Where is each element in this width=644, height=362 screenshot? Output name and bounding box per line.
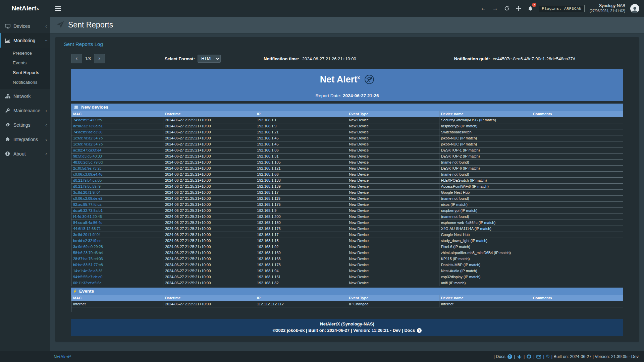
sent-reports-log-link[interactable]: Sent Reports Log	[64, 41, 103, 47]
sidebar-subitem-events[interactable]: Events	[0, 58, 50, 68]
pager-next-button[interactable]: ›	[94, 54, 105, 63]
cell-mac[interactable]: 1c:69:7a:a2:34:7b	[71, 141, 163, 147]
footer-brand-link[interactable]: NetAlertx	[54, 354, 71, 359]
sidebar-item-about[interactable]: About ‹	[0, 146, 50, 161]
mac-address-link[interactable]: 92:ac:85:77:fd:ca	[73, 202, 101, 206]
mac-address-link[interactable]: 98:5f:d3:d5:40:33	[73, 154, 102, 158]
question-circle-icon[interactable]: ?	[507, 354, 512, 359]
cell-mac[interactable]: bc:dd:c2:32:f9:ee	[71, 238, 163, 244]
cell-mac[interactable]: 1c:69:7a:a2:34:7b	[71, 135, 163, 141]
cell-mac[interactable]: 94:b5:55:c7:cb:e0	[71, 274, 163, 280]
mac-address-link[interactable]: 2c:f0:5d:9e:73:2c	[73, 166, 101, 170]
mac-address-link[interactable]: 1c:69:7a:a2:34:7b	[73, 136, 103, 140]
mac-address-link[interactable]: 3c:8d:20:f1:9f:04	[73, 190, 101, 194]
cell-mac[interactable]: d0:21:f9:b4:ca:0b	[71, 178, 163, 184]
sidebar-item-label: Settings	[13, 122, 31, 128]
mac-address-link[interactable]: c0:06:c3:09:e4:46	[73, 172, 102, 176]
mac-address-link[interactable]: dc:a6:32:73:8a:b1	[73, 124, 103, 128]
cell-device-name: FLEXPOESwitch (IP match)	[439, 178, 531, 184]
cell-device-name: AccessPointWiFi6 (IP match)	[439, 184, 531, 190]
notification-guid-label: Notification guid:	[454, 56, 490, 61]
cell-mac[interactable]: 44:6f:f8:12:68:71	[71, 226, 163, 232]
pager-prev-button[interactable]: ‹	[71, 54, 82, 63]
nav-move-button[interactable]	[515, 6, 522, 11]
nav-forward-button[interactable]: →	[492, 5, 498, 12]
cell-mac[interactable]: 3c:8d:20:f1:9f:04	[71, 232, 163, 238]
github-icon[interactable]	[527, 354, 531, 359]
sidebar-item-monitoring[interactable]: Monitoring ‹	[0, 33, 50, 48]
mac-address-link[interactable]: d0:21:f9:b4:ca:0b	[73, 178, 102, 182]
nav-back-button[interactable]: ←	[480, 5, 487, 12]
cell-mac[interactable]: 48:b0:2d:5c:79:0d	[71, 160, 163, 166]
host-info: Synology-NAS (27/06/2024, 21:41:02)	[590, 3, 625, 13]
cell-mac[interactable]: c0:06:c3:09:e4:46	[71, 172, 163, 178]
sidebar-subitem-sent-reports[interactable]: Sent Reports	[0, 68, 50, 77]
notifications-bell-button[interactable]: 7	[527, 6, 534, 11]
mail-icon[interactable]	[536, 355, 541, 359]
plugins-status-badge[interactable]: Plugins: ARPSCAN	[539, 5, 584, 12]
brand-logo[interactable]: NetAlertx	[0, 0, 50, 17]
mac-address-link[interactable]: f4:4d:30:61:20:46	[73, 215, 102, 219]
mac-address-link[interactable]: d0:21:f9:8c:59:f9	[73, 184, 101, 188]
sidebar-item-settings[interactable]: Settings ‹	[0, 118, 50, 132]
cell-mac[interactable]: d0:21:f9:8c:59:f9	[71, 184, 163, 190]
mac-address-link[interactable]: 48:b0:2d:5c:79:0d	[73, 160, 103, 164]
cell-mac[interactable]: 74:ac:b9:54:09:fb	[71, 117, 163, 123]
cell-mac[interactable]: 3c:8d:20:f1:9f:04	[71, 190, 163, 196]
sidebar-item-integrations[interactable]: Integrations ‹	[0, 132, 50, 146]
cell-mac[interactable]: 14:c1:4e:2e:a3:3f	[71, 268, 163, 274]
cell-mac[interactable]: 3a:9d:69:e0:29:28	[71, 244, 163, 250]
mac-address-link[interactable]: bc:dd:c2:32:f9:ee	[73, 239, 101, 243]
cell-mac[interactable]: dc:a6:32:73:8a:b1	[71, 123, 163, 129]
mac-address-link[interactable]: 74:ac:b9:54:09:fb	[73, 118, 102, 122]
mac-address-link[interactable]: 28:87:ba:76:ed:03	[73, 257, 103, 261]
report-row: 14:c1:4e:2e:a3:3f2024-06-27 21:25:21+10:…	[71, 268, 623, 274]
sidebar-item-maintenance[interactable]: Maintenance ‹	[0, 103, 50, 118]
cell-mac[interactable]: 98:5f:d3:d5:40:33	[71, 154, 163, 160]
sidebar-toggle-button[interactable]	[50, 0, 66, 17]
nav-refresh-button[interactable]	[503, 6, 510, 11]
format-select[interactable]: HTML	[198, 55, 221, 63]
cell-mac[interactable]: c0:06:c3:09:de:e2	[71, 196, 163, 202]
footer-docs-label[interactable]: | Docs	[493, 354, 505, 359]
mac-address-link[interactable]: 3c:8d:20:f1:9f:04	[73, 233, 101, 237]
mac-address-link[interactable]: 44:6f:f8:12:68:71	[73, 227, 101, 231]
cell-comments	[531, 172, 623, 178]
cell-mac[interactable]: 74:ac:b9:ad:c3:30	[71, 129, 163, 135]
mac-address-link[interactable]: 1c:69:7a:a2:34:7b	[73, 142, 103, 146]
mac-address-link[interactable]: dc:a6:32:73:8a:b1	[73, 208, 103, 213]
mac-address-link[interactable]: 3a:9d:69:e0:29:28	[73, 245, 103, 249]
cell-mac[interactable]: 84:cc:a8:4a:56:4c	[71, 220, 163, 226]
question-circle-icon[interactable]: ?	[417, 328, 422, 333]
cell-mac[interactable]: ac:82:47:ca:0f:e4	[71, 147, 163, 154]
sidebar-subitem-notifications[interactable]: Notifications	[0, 77, 50, 87]
mac-address-link[interactable]: 84:cc:a8:4a:56:4c	[73, 221, 102, 225]
mac-address-link[interactable]: 14:c1:4e:2e:a3:3f	[73, 269, 102, 273]
cell-datetime: 2024-06-27 21:25:21+10:00	[163, 232, 255, 238]
copyright-icon[interactable]: ©	[546, 354, 549, 359]
cell-mac[interactable]: f4:4d:30:61:20:46	[71, 214, 163, 220]
user-avatar[interactable]	[630, 4, 639, 13]
cell-mac[interactable]: 2c:f0:5d:9e:73:2c	[71, 166, 163, 172]
mac-address-link[interactable]: 58:b6:23:70:d6:b4	[73, 251, 103, 255]
mac-address-link[interactable]: ac:82:47:ca:0f:e4	[73, 148, 101, 152]
mac-address-link[interactable]: c0:06:c3:09:de:e2	[73, 196, 102, 200]
sidebar-item-network[interactable]: Network	[0, 89, 50, 103]
sent-reports-panel: Sent Reports Log ‹ 1/3 › Select Format: …	[55, 37, 639, 342]
sidebar-subitem-presence[interactable]: Presence	[0, 48, 50, 58]
bolt-icon	[73, 289, 77, 294]
cell-mac[interactable]: 92:ac:85:77:fd:ca	[71, 202, 163, 208]
mac-address-link[interactable]: 00:11:32:ef:a5:6c	[73, 281, 101, 285]
cell-mac[interactable]: 28:87:ba:76:ed:03	[71, 256, 163, 262]
sidebar-item-devices[interactable]: Devices ‹	[0, 19, 50, 33]
cell-mac[interactable]: 00:11:32:ef:a5:6c	[71, 280, 163, 286]
cell-mac[interactable]: 58:b6:23:70:d6:b4	[71, 250, 163, 256]
cell-mac[interactable]: dc:a6:32:73:8a:b1	[71, 208, 163, 214]
mac-address-link[interactable]: 74:ac:b9:ad:c3:30	[73, 130, 102, 134]
cell-device-name: unifi (IP match)	[439, 280, 531, 286]
cell-mac[interactable]: b0:be:83:51:77:e8	[71, 262, 163, 268]
mac-address-link[interactable]: 94:b5:55:c7:cb:e0	[73, 275, 102, 279]
cell-datetime: 2024-06-27 21:25:21+10:00	[163, 250, 255, 256]
bug-report-icon[interactable]	[517, 355, 522, 359]
mac-address-link[interactable]: b0:be:83:51:77:e8	[73, 263, 103, 267]
